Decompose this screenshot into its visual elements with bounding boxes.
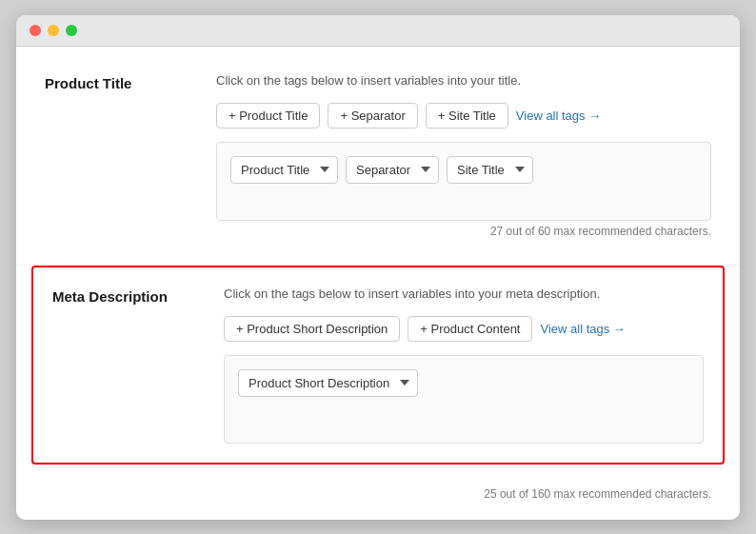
view-all-tags-link-meta[interactable]: View all tags → xyxy=(540,322,625,336)
meta-description-section: Meta Description Click on the tags below… xyxy=(31,266,725,465)
btn-product-title[interactable]: + Product Title xyxy=(216,103,320,129)
meta-description-tag-buttons: + Product Short Description + Product Co… xyxy=(224,316,704,342)
main-content: Product Title Click on the tags below to… xyxy=(16,47,740,520)
meta-description-hint: Click on the tags below to insert variab… xyxy=(224,287,704,301)
meta-description-body: Click on the tags below to insert variab… xyxy=(224,287,704,444)
maximize-button[interactable] xyxy=(66,25,77,36)
product-title-dropdowns-row: Product Title Separator Site Title xyxy=(230,156,697,184)
product-title-hint: Click on the tags below to insert variab… xyxy=(216,73,711,88)
product-title-tag-buttons: + Product Title + Separator + Site Title… xyxy=(216,103,711,129)
app-window: Product Title Click on the tags below to… xyxy=(16,15,740,520)
dd-short-desc[interactable]: Product Short Description xyxy=(238,369,418,397)
btn-short-desc[interactable]: + Product Short Description xyxy=(224,316,400,342)
minimize-button[interactable] xyxy=(48,25,59,36)
meta-description-dropdowns-box: Product Short Description xyxy=(224,355,704,444)
product-title-dropdowns-box: Product Title Separator Site Title xyxy=(216,142,711,221)
view-all-tags-link-title[interactable]: View all tags → xyxy=(516,109,601,123)
btn-site-title[interactable]: + Site Title xyxy=(426,103,508,129)
product-title-section: Product Title Click on the tags below to… xyxy=(16,47,740,266)
meta-description-label: Meta Description xyxy=(52,287,224,444)
dd-site-title[interactable]: Site Title xyxy=(447,156,533,184)
meta-description-outer: Meta Description Click on the tags below… xyxy=(16,266,740,520)
product-title-char-count: 27 out of 60 max recommended characters. xyxy=(216,225,711,238)
meta-description-dropdowns-row: Product Short Description xyxy=(238,369,689,397)
close-button[interactable] xyxy=(30,25,41,36)
product-title-label: Product Title xyxy=(45,73,216,238)
btn-separator[interactable]: + Separator xyxy=(328,103,417,129)
meta-description-inner: Meta Description Click on the tags below… xyxy=(52,287,704,444)
dd-separator[interactable]: Separator xyxy=(346,156,439,184)
btn-product-content[interactable]: + Product Content xyxy=(408,316,532,342)
titlebar xyxy=(16,15,740,47)
meta-description-char-count: 25 out of 160 max recommended characters… xyxy=(16,480,740,520)
dd-product-title[interactable]: Product Title xyxy=(230,156,338,184)
product-title-body: Click on the tags below to insert variab… xyxy=(216,73,711,238)
